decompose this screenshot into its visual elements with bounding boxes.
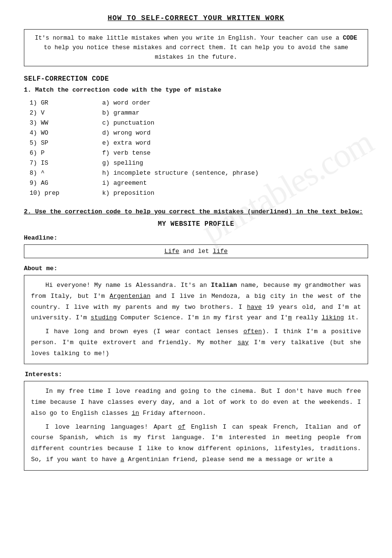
correction-row: 8) ^ h) incomplete structure (sentence, …	[25, 168, 367, 178]
correction-code: 7) IS	[25, 158, 82, 168]
correction-row: 7) IS g) spelling	[25, 158, 367, 168]
correction-row: 2) V b) grammar	[25, 108, 367, 117]
correction-meaning: i) agreement	[83, 179, 367, 188]
often-underline: often	[244, 328, 262, 335]
correction-meaning: h) incomplete structure (sentence, phras…	[83, 168, 367, 178]
correction-code: 4) WO	[25, 128, 82, 137]
profile-title: MY WEBSITE PROFILE	[24, 220, 368, 228]
about-paragraph-2: I have long and brown eyes (I wear conta…	[31, 326, 361, 359]
of-underline: of	[178, 423, 186, 431]
section-title: SELF-CORRECTION CODE	[24, 75, 368, 83]
correction-code: 5) SP	[25, 138, 82, 147]
intro-code-word: CODE	[343, 35, 357, 42]
intro-text-2: to help you notice these mistakes and co…	[44, 44, 349, 61]
about-label: About me:	[24, 265, 368, 272]
correction-code: 2) V	[25, 108, 82, 117]
instruction-2-pre: 2. Use the correction code to help you c…	[24, 208, 251, 215]
correction-row: 10) prep k) preposition	[25, 189, 367, 198]
headline-label: Headline:	[24, 234, 368, 242]
liking-underline: liking	[322, 314, 344, 321]
correction-row: 1) GR a) word order	[25, 98, 367, 107]
m-underline: m	[288, 314, 292, 321]
instruction-1: 1. Match the correction code with the ty…	[24, 86, 368, 94]
about-text-box: Hi everyone! My name is Alessandra. It's…	[24, 275, 368, 364]
interests-paragraph-2: I love learning languages! Apart of Engl…	[31, 422, 361, 465]
correction-row: 9) AG i) agreement	[25, 179, 367, 188]
headline-life-1: Life	[164, 248, 179, 255]
correction-code: 8) ^	[25, 168, 82, 178]
correction-meaning: a) word order	[83, 98, 367, 107]
headline-life-2: life	[213, 248, 228, 255]
correction-code: 6) P	[25, 148, 82, 158]
instruction-2-post: ) in the text below:	[288, 208, 363, 215]
correction-code: 10) prep	[25, 189, 82, 198]
have-underline: have	[247, 304, 262, 311]
instruction-2: 2. Use the correction code to help you c…	[24, 208, 368, 215]
headline-box: Life and let life	[24, 244, 368, 258]
correction-code: 9) AG	[25, 179, 82, 188]
correction-row: 5) SP e) extra word	[25, 138, 367, 147]
intro-text-1: It's normal to make little mistakes when…	[35, 35, 343, 42]
a-underline: a	[120, 456, 124, 463]
in-underline: in	[132, 410, 139, 417]
correction-row: 6) P f) verb tense	[25, 148, 367, 158]
correction-meaning: e) extra word	[83, 138, 367, 147]
interests-text-box: In my free time I love reading and going…	[24, 381, 368, 470]
argentenian-underline: Argentenian	[109, 293, 150, 300]
correction-meaning: g) spelling	[83, 158, 367, 168]
correction-table: 1) GR a) word order 2) V b) grammar 3) W…	[24, 97, 368, 199]
correction-meaning: k) preposition	[83, 189, 367, 198]
correction-row: 3) WW c) punctuation	[25, 118, 367, 127]
correction-meaning: d) wrong word	[83, 128, 367, 137]
interests-label: Interests:	[24, 371, 368, 378]
correction-code: 3) WW	[25, 118, 82, 127]
correction-row: 4) WO d) wrong word	[25, 128, 367, 137]
page-title: HOW TO SELF-CORRECT YOUR WRITTEN WORK	[24, 14, 368, 22]
italian-bold: Italian	[211, 282, 237, 289]
interests-paragraph-1: In my free time I love reading and going…	[31, 386, 361, 419]
intro-box: It's normal to make little mistakes when…	[24, 29, 368, 66]
about-paragraph-1: Hi everyone! My name is Alessandra. It's…	[31, 280, 361, 324]
say-underline: say	[237, 339, 248, 346]
instruction-2-underlined: underlined	[251, 208, 288, 215]
correction-meaning: b) grammar	[83, 108, 367, 117]
studing-underline: studing	[91, 314, 117, 321]
headline-and: and let	[179, 248, 212, 255]
correction-code: 1) GR	[25, 98, 82, 107]
correction-meaning: f) verb tense	[83, 148, 367, 158]
correction-meaning: c) punctuation	[83, 118, 367, 127]
